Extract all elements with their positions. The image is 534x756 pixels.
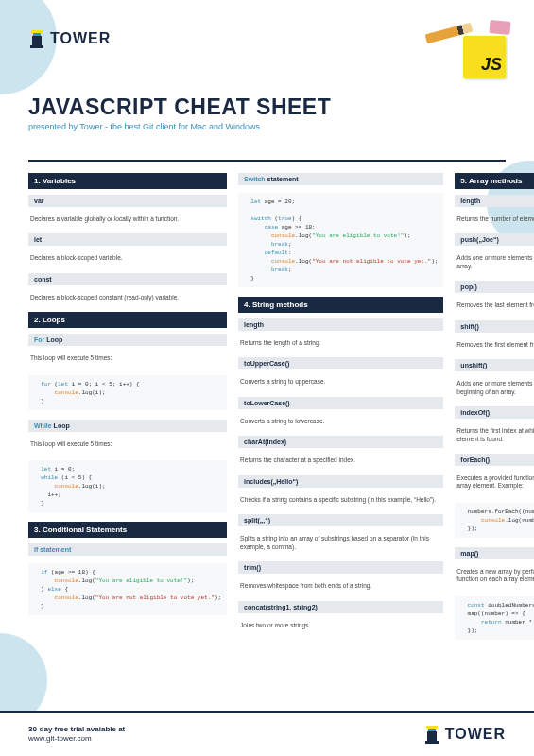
section-array-header: 5. Array methods xyxy=(455,173,534,189)
section-string-header: 4. String methods xyxy=(238,297,443,313)
item-desc: Converts a string to lowercase. xyxy=(238,415,443,430)
item-header: unshift() xyxy=(455,359,534,371)
svg-rect-7 xyxy=(425,741,439,744)
item-header: var xyxy=(28,195,227,207)
item-header: includes(„Hello“) xyxy=(238,475,443,488)
page-title: JAVASCRIPT CHEAT SHEET xyxy=(28,94,506,120)
code-while-loop: let i = 0; while (i < 5) { console.log(i… xyxy=(28,460,227,512)
svg-rect-5 xyxy=(428,729,436,731)
item-header: pop() xyxy=(455,281,534,293)
item-desc: Returns the first index at which a speci… xyxy=(455,424,534,448)
item-desc: Creates a new array by performing a func… xyxy=(455,565,534,589)
item-desc: Removes the first element from an array. xyxy=(455,338,534,353)
item-desc: Removes the last element from an array. xyxy=(455,299,534,314)
svg-rect-6 xyxy=(427,731,437,741)
item-header: concat(string1, string2) xyxy=(238,601,443,613)
column-1: 1. Variables var Declares a variable glo… xyxy=(28,173,227,644)
logo-text: TOWER xyxy=(50,30,111,47)
item-header: split(„,“) xyxy=(238,514,443,526)
tower-logo-icon xyxy=(423,724,440,745)
item-header: toUpperCase() xyxy=(238,357,443,369)
content-columns: 1. Variables var Declares a variable glo… xyxy=(0,162,534,655)
item-header: indexOf() xyxy=(455,406,534,419)
code-for-loop: for (let i = 0; i < 5; i++) { console.lo… xyxy=(28,375,227,410)
tower-logo-icon xyxy=(28,28,45,49)
js-illustration: JS xyxy=(439,28,506,80)
code-map: const doubledNumbers = numbers. map((num… xyxy=(455,596,534,640)
item-header: length xyxy=(238,318,443,331)
item-header: shift() xyxy=(455,320,534,333)
item-header: trim() xyxy=(238,561,443,574)
item-header: For Loop xyxy=(28,334,227,346)
item-header: If statement xyxy=(28,543,227,556)
item-desc: Returns the character at a specified ind… xyxy=(238,454,443,469)
footer-text: 30-day free trial avaiable at www.git-to… xyxy=(28,725,125,745)
column-3: 5. Array methods length Returns the numb… xyxy=(455,173,534,644)
svg-rect-0 xyxy=(31,30,43,33)
column-2: Switch statement let age = 20; switch (t… xyxy=(238,173,443,644)
item-desc: Checks if a string contains a specific s… xyxy=(238,493,443,508)
svg-rect-3 xyxy=(30,45,43,48)
svg-rect-4 xyxy=(426,726,438,729)
js-logo: JS xyxy=(463,36,506,78)
item-header: push(„Joe“) xyxy=(455,233,534,246)
footer: 30-day free trial avaiable at www.git-to… xyxy=(0,711,534,756)
footer-url: www.git-tower.com xyxy=(28,734,92,743)
svg-rect-1 xyxy=(33,33,41,36)
footer-logo: TOWER xyxy=(423,724,506,745)
item-desc: Executes a provided function once for ea… xyxy=(455,472,534,495)
item-header: let xyxy=(28,233,227,246)
item-desc: Adds one or more elements to the beginni… xyxy=(455,377,534,401)
item-desc: Removes whitespace from both ends of a s… xyxy=(238,579,443,594)
section-loops-header: 2. Loops xyxy=(28,312,227,328)
item-header: map() xyxy=(455,547,534,559)
item-header: Switch statement xyxy=(238,173,443,185)
eraser-icon xyxy=(489,20,510,35)
item-header: While Loop xyxy=(28,420,227,432)
title-block: JAVASCRIPT CHEAT SHEET presented by Towe… xyxy=(0,94,534,146)
item-desc: Joins two or more strings. xyxy=(238,619,443,634)
logo: TOWER xyxy=(28,28,111,49)
section-variables-header: 1. Variables xyxy=(28,173,227,189)
logo-text: TOWER xyxy=(445,726,506,743)
item-desc: This loop will execute 5 times: xyxy=(28,438,227,453)
item-desc: Returns the number of elements in an arr… xyxy=(455,213,534,228)
code-if-statement: if (age >= 18) { console.log("You are el… xyxy=(28,563,227,615)
item-desc: Returns the length of a string. xyxy=(238,336,443,352)
item-header: toLowerCase() xyxy=(238,397,443,409)
code-switch-statement: let age = 20; switch (true) { case age >… xyxy=(238,193,443,287)
item-desc: This loop will execute 5 times: xyxy=(28,352,227,367)
item-desc: Adds one or more elements to the end of … xyxy=(455,251,534,275)
item-desc: Splits a string into an array of substri… xyxy=(238,532,443,556)
item-header: const xyxy=(28,273,227,285)
page-subtitle: presented by Tower - the best Git client… xyxy=(28,122,506,131)
item-desc: Converts a string to uppercase. xyxy=(238,375,443,390)
item-desc: Declares a block-scoped constant (read-o… xyxy=(28,291,227,306)
item-desc: Declares a variable globally or locally … xyxy=(28,213,227,228)
header: TOWER JS xyxy=(0,0,534,94)
item-header: forEach() xyxy=(455,454,534,466)
item-desc: Declares a block-scoped variable. xyxy=(28,251,227,266)
svg-rect-2 xyxy=(32,36,42,45)
item-header: length xyxy=(455,195,534,207)
item-header: charAt(index) xyxy=(238,436,443,448)
code-foreach: numbers.forEach((number) => { console.lo… xyxy=(455,503,534,538)
section-conditional-header: 3. Conditional Statements xyxy=(28,522,227,538)
